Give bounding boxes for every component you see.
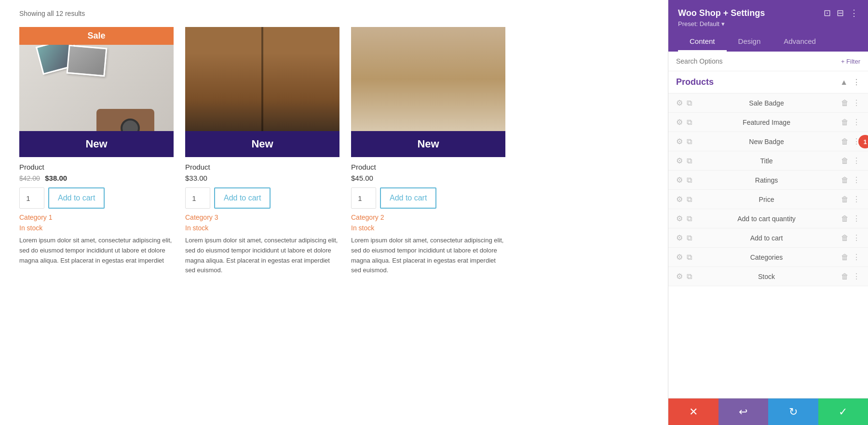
category-link-2[interactable]: Category 3 (185, 213, 339, 221)
more-icon-price[interactable]: ⋮ (853, 195, 860, 204)
sale-badge: Sale (19, 27, 174, 45)
more-icon-ratings[interactable]: ⋮ (853, 175, 860, 185)
product-name-3: Product (351, 163, 505, 171)
add-to-cart-btn-1[interactable]: Add to cart (48, 187, 105, 209)
qty-input-3[interactable] (351, 187, 376, 209)
new-badge-1: New (19, 131, 174, 157)
delete-icon-featured[interactable]: 🗑 (841, 118, 849, 127)
module-icons-right-atcq: 🗑 ⋮ (841, 214, 860, 223)
panel-header: Woo Shop + Settings ⊡ ⊟ ⋮ Preset: Defaul… (668, 0, 868, 52)
module-row-wrapper-featured: ⚙ ⧉ Featured Image 🗑 ⋮ (668, 113, 868, 132)
more-icon-featured[interactable]: ⋮ (853, 118, 860, 127)
delete-icon-cats[interactable]: 🗑 (841, 253, 849, 262)
delete-icon-ratings[interactable]: 🗑 (841, 176, 849, 185)
module-icons-left-ratings: ⚙ ⧉ (676, 175, 692, 185)
preset-label[interactable]: Preset: Default ▾ (678, 20, 725, 27)
search-filter-row: + Filter (668, 52, 868, 71)
filter-button[interactable]: + Filter (841, 58, 860, 65)
copy-icon-atcq[interactable]: ⧉ (687, 214, 692, 223)
add-to-cart-btn-2[interactable]: Add to cart (214, 187, 271, 209)
in-stock-2: In stock (185, 224, 339, 232)
notification-badge: 1 (858, 135, 868, 148)
settings-icon-atcq[interactable]: ⚙ (676, 214, 683, 223)
screenshot-icon[interactable]: ⊡ (824, 8, 831, 18)
module-icons-left-stock: ⚙ ⧉ (676, 272, 692, 281)
delete-icon-title[interactable]: 🗑 (841, 157, 849, 165)
qty-input-2[interactable] (185, 187, 210, 209)
more-icon-atcq[interactable]: ⋮ (853, 214, 860, 223)
add-to-cart-btn-3[interactable]: Add to cart (380, 187, 436, 209)
more-icon-atc[interactable]: ⋮ (853, 233, 860, 242)
price-old-1: $42.00 (19, 174, 40, 182)
product-info-3: Product $45.00 Add to cart Category 2 In… (351, 157, 505, 281)
delete-icon-new[interactable]: 🗑 (841, 137, 849, 146)
copy-icon-sale[interactable]: ⧉ (687, 99, 692, 107)
collapse-icon[interactable]: ▲ (840, 78, 848, 87)
delete-icon-sale[interactable]: 🗑 (841, 99, 849, 107)
tab-content[interactable]: Content (678, 32, 727, 52)
settings-icon-ratings[interactable]: ⚙ (676, 175, 683, 185)
preset-row: Preset: Default ▾ (678, 20, 858, 27)
module-icons-right-atc: 🗑 ⋮ (841, 233, 860, 242)
module-icons-left-cats: ⚙ ⧉ (676, 252, 692, 262)
add-to-cart-row-3: Add to cart (351, 187, 505, 209)
module-icons-right-title: 🗑 ⋮ (841, 156, 860, 165)
settings-icon-atc[interactable]: ⚙ (676, 233, 683, 242)
module-name-categories: Categories (697, 253, 836, 261)
delete-icon-price[interactable]: 🗑 (841, 195, 849, 204)
more-options-icon[interactable]: ⋮ (850, 8, 858, 18)
copy-icon-atc[interactable]: ⧉ (687, 234, 692, 242)
delete-icon-atc[interactable]: 🗑 (841, 234, 849, 242)
product-price-1: $42.00 $38.00 (19, 174, 174, 183)
redo-button[interactable]: ↻ (768, 398, 818, 425)
module-icons-left-new: ⚙ ⧉ (676, 137, 692, 146)
more-icon-stock[interactable]: ⋮ (853, 272, 860, 281)
cancel-button[interactable]: ✕ (668, 398, 719, 425)
products-section-icons: ▲ ⋮ (840, 78, 860, 87)
settings-icon-sale[interactable]: ⚙ (676, 98, 683, 107)
product-desc-1: Lorem ipsum dolor sit amet, consectetur … (19, 236, 174, 266)
settings-icon-cats[interactable]: ⚙ (676, 252, 683, 262)
in-stock-3: In stock (351, 224, 505, 232)
more-icon-cats[interactable]: ⋮ (853, 252, 860, 262)
product-image-1: Sale New (19, 27, 174, 157)
module-row-wrapper-new-badge: ⚙ ⧉ New Badge 🗑 ⋮ 1 (668, 132, 868, 151)
copy-icon-new[interactable]: ⧉ (687, 137, 692, 146)
module-name-stock: Stock (697, 273, 836, 280)
undo-button[interactable]: ↩ (719, 398, 769, 425)
section-more-icon[interactable]: ⋮ (853, 78, 860, 87)
settings-icon-title[interactable]: ⚙ (676, 156, 683, 165)
tab-design[interactable]: Design (727, 32, 773, 52)
delete-icon-atcq[interactable]: 🗑 (841, 214, 849, 223)
product-price-2: $33.00 (185, 174, 339, 183)
delete-icon-stock[interactable]: 🗑 (841, 272, 849, 281)
right-panel: Woo Shop + Settings ⊡ ⊟ ⋮ Preset: Defaul… (668, 0, 868, 425)
settings-icon-stock[interactable]: ⚙ (676, 272, 683, 281)
category-link-1[interactable]: Category 1 (19, 213, 174, 221)
settings-icon-price[interactable]: ⚙ (676, 195, 683, 204)
module-icons-right-ratings: 🗑 ⋮ (841, 175, 860, 185)
copy-icon-stock[interactable]: ⧉ (687, 272, 692, 281)
qty-input-1[interactable] (19, 187, 44, 209)
products-grid: Sale New Product $42.00 $38.00 Add to ca… (19, 27, 649, 281)
settings-icon-new[interactable]: ⚙ (676, 137, 683, 146)
more-icon-title[interactable]: ⋮ (853, 156, 860, 165)
add-to-cart-row-1: Add to cart (19, 187, 174, 209)
module-row-featured-image: ⚙ ⧉ Featured Image 🗑 ⋮ (668, 113, 868, 132)
more-icon-sale[interactable]: ⋮ (853, 98, 860, 107)
module-row-title: ⚙ ⧉ Title 🗑 ⋮ (668, 151, 868, 171)
product-card-1: Sale New Product $42.00 $38.00 Add to ca… (19, 27, 174, 281)
copy-icon-ratings[interactable]: ⧉ (687, 176, 692, 185)
tab-advanced[interactable]: Advanced (772, 32, 827, 52)
module-icons-left: ⚙ ⧉ (676, 98, 692, 107)
search-options-input[interactable] (676, 57, 837, 65)
copy-icon-price[interactable]: ⧉ (687, 195, 692, 204)
settings-icon-featured[interactable]: ⚙ (676, 118, 683, 127)
module-row-add-to-cart: ⚙ ⧉ Add to cart 🗑 ⋮ (668, 228, 868, 248)
columns-icon[interactable]: ⊟ (837, 8, 844, 18)
copy-icon-cats[interactable]: ⧉ (687, 253, 692, 262)
copy-icon-featured[interactable]: ⧉ (687, 118, 692, 127)
category-link-3[interactable]: Category 2 (351, 213, 505, 221)
copy-icon-title[interactable]: ⧉ (687, 157, 692, 165)
save-button[interactable]: ✓ (818, 398, 868, 425)
